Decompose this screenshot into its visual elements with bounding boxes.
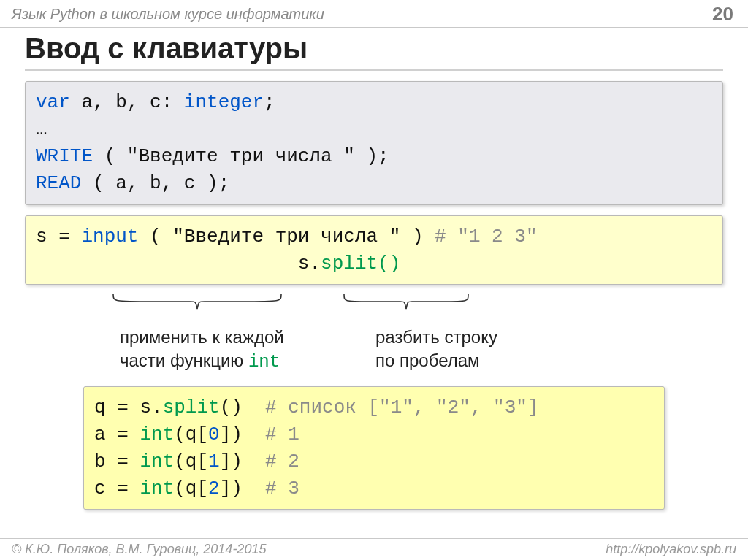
- top-bar: Язык Python в школьном курсе информатики…: [0, 0, 748, 28]
- ann-left-int: int: [248, 352, 280, 372]
- py1-args: ( "Введите три числа " ): [138, 226, 435, 248]
- course-title: Язык Python в школьном курсе информатики: [12, 6, 712, 23]
- ann-left-line1: применить к каждой: [120, 327, 284, 347]
- pascal-keyword-integer: integer: [184, 91, 264, 113]
- pascal-keyword-write: WRITE: [36, 145, 104, 167]
- py2-l3b: int: [140, 450, 174, 472]
- py2-l2c: (q[: [174, 423, 208, 445]
- py1-s-dot: s.: [298, 253, 321, 275]
- footer: © К.Ю. Поляков, В.М. Гуровиц, 2014-2015 …: [0, 538, 748, 560]
- ann-right-line2: по пробелам: [375, 350, 480, 370]
- py2-l2b: int: [140, 423, 174, 445]
- py2-l2d: 0: [208, 423, 220, 445]
- py2-l1a: q = s.: [94, 396, 163, 418]
- pascal-keyword-var: var: [36, 91, 81, 113]
- python-split-box: q = s.split() # список ["1", "2", "3"] a…: [83, 386, 665, 510]
- annotation-right: разбить строку по пробелам: [375, 326, 565, 372]
- ann-left-line2a: части функцию: [120, 350, 248, 370]
- py2-l3f: # 2: [265, 450, 299, 472]
- pascal-write-args: ( "Введите три числа " );: [104, 145, 389, 167]
- py2-l2a: a =: [94, 423, 140, 445]
- py1-split: split: [321, 253, 378, 275]
- py1-split-parens: (): [378, 253, 400, 275]
- annotation-row: применить к каждой части функцию int раз…: [25, 326, 723, 372]
- py2-l4f: # 3: [265, 477, 299, 499]
- python-input-box: s = input ( "Введите три числа " ) # "1 …: [25, 215, 723, 285]
- pascal-semicolon: ;: [264, 91, 275, 113]
- py2-l3a: b =: [94, 450, 140, 472]
- page-number: 20: [712, 3, 736, 26]
- py2-l2f: # 1: [265, 423, 299, 445]
- py1-assign: s =: [36, 226, 81, 248]
- slide-title: Ввод с клавиатуры: [25, 32, 723, 71]
- brace-left-icon: [110, 291, 285, 315]
- pascal-vars: a, b, c:: [81, 91, 183, 113]
- pascal-ellipsis: …: [36, 118, 47, 140]
- py2-l4d: 2: [208, 477, 220, 499]
- py1-comment: # "1 2 3": [435, 226, 537, 248]
- py2-l1b: split: [163, 396, 220, 418]
- py2-l3c: (q[: [174, 450, 208, 472]
- py1-input: input: [81, 226, 138, 248]
- ann-right-line1: разбить строку: [375, 327, 497, 347]
- brace-row: [25, 295, 723, 324]
- py2-l3e: ]): [220, 450, 265, 472]
- py2-l4e: ]): [220, 477, 265, 499]
- footer-copyright: © К.Ю. Поляков, В.М. Гуровиц, 2014-2015: [12, 542, 266, 557]
- py2-l1c: (): [220, 396, 265, 418]
- py2-l4b: int: [140, 477, 174, 499]
- pascal-read-args: ( a, b, c );: [93, 172, 229, 194]
- py2-l4a: c =: [94, 477, 140, 499]
- py2-l1d: # список ["1", "2", "3"]: [265, 396, 538, 418]
- pascal-code-box: var a, b, c: integer; … WRITE ( "Введите…: [25, 81, 723, 205]
- py2-l2e: ]): [220, 423, 265, 445]
- footer-url: http://kpolyakov.spb.ru: [606, 542, 736, 557]
- py2-l3d: 1: [208, 450, 220, 472]
- py2-l4c: (q[: [174, 477, 208, 499]
- pascal-keyword-read: READ: [36, 172, 93, 194]
- brace-right-icon: [340, 291, 472, 315]
- annotation-left: применить к каждой части функцию int: [120, 326, 354, 372]
- py1-pad: [36, 253, 298, 275]
